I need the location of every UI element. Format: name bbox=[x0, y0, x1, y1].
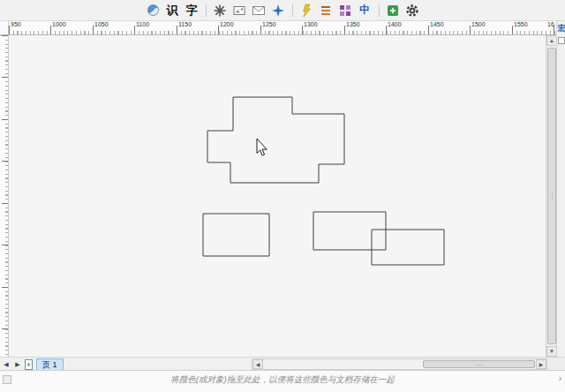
ruler-label: 1000 bbox=[52, 21, 66, 27]
palette-hint-text: 将颜色(或对象)拖至此处，以便将这些颜色与文档存储在一起 bbox=[0, 374, 565, 386]
rectangle-shape-c[interactable] bbox=[372, 230, 444, 265]
sparkle-button[interactable] bbox=[270, 2, 287, 19]
gear-icon bbox=[405, 4, 419, 18]
sparkle-icon bbox=[271, 4, 285, 18]
previous-page-button[interactable]: ◀ bbox=[2, 359, 11, 370]
vertical-scroll-thumb[interactable] bbox=[547, 48, 556, 344]
next-page-button[interactable]: ▶ bbox=[13, 359, 22, 370]
rectangle-shape-b[interactable] bbox=[313, 212, 386, 250]
image-icon bbox=[232, 4, 246, 18]
ocr-shi-button[interactable]: 识 bbox=[164, 2, 181, 19]
ruler-row: 950 1000 1050 1100 1150 1200 1250 1300 1… bbox=[0, 21, 565, 35]
canvas-svg bbox=[9, 35, 546, 357]
scroll-right-icon: ▶ bbox=[539, 361, 544, 367]
ruler-label: 1250 bbox=[262, 21, 276, 27]
vertical-ruler[interactable] bbox=[0, 35, 9, 357]
scrollbar-corner bbox=[547, 358, 565, 371]
ruler-label: 16 bbox=[547, 21, 554, 27]
mouse-cursor bbox=[257, 139, 267, 155]
ruler-label: 1350 bbox=[346, 21, 360, 27]
grid-button[interactable] bbox=[337, 2, 354, 19]
page-tab-1[interactable]: 页 1 bbox=[36, 358, 64, 370]
scroll-left-button[interactable]: ◀ bbox=[252, 359, 263, 369]
toolbar-separator bbox=[379, 4, 380, 17]
ruler-origin-corner bbox=[0, 21, 9, 35]
drawing-canvas[interactable] bbox=[9, 35, 546, 357]
ruler-label: 1150 bbox=[178, 21, 192, 27]
starburst-button[interactable] bbox=[212, 2, 229, 19]
ruler-label: 1200 bbox=[220, 21, 234, 27]
page-navigation: ◀ ▶ 页 1 bbox=[2, 358, 64, 371]
toolbar-separator bbox=[206, 4, 207, 17]
starburst-icon bbox=[213, 4, 227, 18]
thumb-grip bbox=[551, 192, 554, 200]
toolbar: 识 字 bbox=[0, 0, 565, 21]
mail-button[interactable] bbox=[251, 2, 267, 19]
image-button[interactable] bbox=[231, 2, 248, 19]
polygon-shape[interactable] bbox=[207, 97, 344, 183]
globe-logo-icon bbox=[147, 4, 159, 16]
vertical-scrollbar[interactable]: ▲ ▼ bbox=[546, 35, 556, 357]
rectangle-shape-a[interactable] bbox=[203, 214, 269, 256]
settings-button[interactable] bbox=[404, 2, 421, 19]
thumb-grip bbox=[475, 364, 483, 366]
palette-flyout-button[interactable]: › bbox=[559, 373, 561, 383]
mail-icon bbox=[252, 4, 266, 18]
ruler-label: 1050 bbox=[94, 21, 109, 27]
add-plugin-button[interactable] bbox=[385, 2, 402, 19]
list-icon bbox=[319, 4, 333, 18]
horizontal-scrollbar[interactable]: ◀ ▶ bbox=[252, 358, 547, 370]
scroll-right-button[interactable]: ▶ bbox=[536, 359, 546, 369]
ruler-label: 1550 bbox=[514, 21, 528, 27]
ocr-zi-button[interactable]: 字 bbox=[184, 2, 200, 19]
green-plus-icon bbox=[386, 4, 400, 18]
page-bar: ◀ ▶ 页 1 ◀ ▶ bbox=[0, 357, 565, 370]
grid-icon bbox=[338, 4, 352, 18]
run-macro-button[interactable] bbox=[298, 2, 315, 19]
page-tab-label: 页 1 bbox=[42, 359, 57, 371]
list-button[interactable] bbox=[318, 2, 335, 19]
docker-tab-macro[interactable]: 宏 bbox=[557, 23, 565, 34]
zhong-button[interactable]: 中 bbox=[357, 2, 373, 19]
horizontal-scroll-thumb[interactable] bbox=[423, 360, 535, 368]
ruler-label: 1500 bbox=[471, 21, 486, 27]
scroll-left-icon: ◀ bbox=[256, 361, 260, 367]
add-page-icon bbox=[25, 359, 34, 370]
docker-strip: 宏 bbox=[556, 21, 565, 357]
add-page-button[interactable] bbox=[25, 359, 34, 370]
ruler-label: 1450 bbox=[430, 21, 444, 27]
document-palette-bar: 将颜色(或对象)拖至此处，以便将这些颜色与文档存储在一起 › bbox=[0, 370, 565, 392]
docker-collapsed-icon[interactable] bbox=[558, 37, 565, 44]
horizontal-ruler[interactable]: 950 1000 1050 1100 1150 1200 1250 1300 1… bbox=[9, 21, 556, 35]
ruler-label: 950 bbox=[11, 21, 21, 27]
ruler-label: 1400 bbox=[388, 21, 402, 27]
ruler-label: 1300 bbox=[304, 21, 318, 27]
app-window: 识 字 bbox=[0, 0, 565, 392]
scroll-up-icon: ▲ bbox=[549, 38, 554, 43]
scroll-down-icon: ▼ bbox=[549, 349, 554, 354]
lightning-icon bbox=[299, 4, 313, 18]
ruler-label: 1100 bbox=[136, 21, 149, 27]
toolbar-separator bbox=[292, 4, 293, 17]
logo-button[interactable] bbox=[145, 2, 162, 19]
